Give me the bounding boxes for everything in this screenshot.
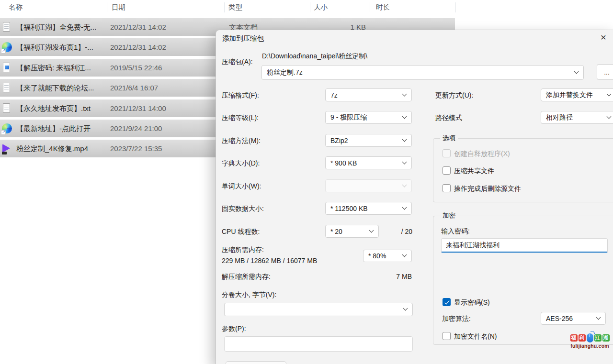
cpu-threads-total: / 20	[384, 228, 412, 235]
file-date: 2021/12/31 14:02	[110, 18, 166, 36]
file-date: 2021/12/31 14:00	[110, 99, 166, 117]
volume-size-combobox[interactable]	[224, 303, 413, 316]
ok-button[interactable]	[226, 361, 286, 364]
format-label: 压缩格式(F):	[222, 91, 259, 100]
update-mode-combobox[interactable]: 添加并替换文件	[541, 88, 613, 101]
logo-char: 福	[570, 334, 578, 342]
column-header-date[interactable]: 日期	[112, 0, 125, 15]
show-password-label: 显示密码(S)	[454, 298, 490, 307]
update-mode-label: 更新方式(U):	[435, 91, 473, 100]
edge-shortcut-icon	[2, 42, 12, 52]
cpu-threads-combobox[interactable]: * 20	[325, 225, 379, 238]
level-combobox[interactable]: 9 - 极限压缩	[325, 111, 412, 124]
watermark-domain: fulijianghu.com	[567, 343, 613, 349]
word-size-label: 单词大小(W):	[222, 182, 261, 191]
word-size-combobox	[325, 179, 412, 192]
chevron-down-icon	[607, 114, 612, 119]
delete-after-checkbox[interactable]	[443, 184, 451, 192]
column-header-name[interactable]: 名称	[9, 0, 23, 15]
solid-size-label: 固实数据大小:	[222, 205, 264, 213]
file-name: 【解压密码: 来福利江...	[16, 59, 91, 77]
compress-shared-checkbox[interactable]	[443, 166, 451, 175]
password-label: 输入密码:	[441, 227, 470, 236]
file-date: 2023/7/22 15:35	[110, 140, 162, 157]
chevron-down-icon	[402, 159, 407, 164]
logo-char: 湖	[602, 334, 610, 342]
add-to-archive-dialog: 添加到压缩包 × 压缩包(A): D:\Download\nana_taipei…	[216, 30, 613, 364]
level-label: 压缩等级(L):	[222, 114, 259, 122]
solid-size-combobox[interactable]: * 112500 KB	[325, 202, 412, 215]
encryption-method-combobox[interactable]: AES-256	[541, 312, 606, 325]
path-mode-label: 路径模式	[435, 114, 462, 122]
file-date: 2019/5/15 22:46	[110, 59, 162, 77]
video-icon	[2, 143, 12, 154]
memory-usage-combobox[interactable]: * 80%	[363, 250, 412, 262]
column-header-size[interactable]: 大小	[314, 0, 328, 15]
column-divider	[310, 2, 310, 12]
chevron-down-icon	[402, 205, 407, 210]
memory-detail: 229 MB / 12862 MB / 16077 MB	[222, 257, 317, 265]
method-label: 压缩方法(M):	[222, 137, 261, 145]
archive-name-value: 粉丝定制.7z	[267, 68, 303, 77]
delete-after-label: 操作完成后删除源文件	[454, 185, 521, 193]
encryption-method-label: 加密算法:	[442, 315, 471, 323]
logo-char: 利	[579, 334, 586, 342]
compress-shared-label: 压缩共享文件	[454, 167, 494, 176]
browse-button[interactable]: ...	[597, 64, 613, 80]
memory-label: 压缩所需内存:	[222, 246, 264, 254]
password-input[interactable]	[441, 238, 608, 253]
chevron-down-icon	[402, 182, 407, 187]
chevron-down-icon	[402, 253, 407, 257]
file-name: 【来了就能下载的论坛...	[16, 79, 94, 97]
file-name: 【最新地址】-点此打开	[16, 120, 91, 137]
archive-name-combobox[interactable]: 粉丝定制.7z	[261, 65, 584, 80]
text-document-icon	[2, 22, 12, 32]
encryption-group-title: 加密	[440, 211, 458, 220]
format-combobox[interactable]: 7z	[325, 88, 412, 101]
chevron-down-icon	[607, 91, 612, 96]
chevron-down-icon	[402, 137, 407, 142]
mouse-icon	[587, 333, 593, 342]
column-header-duration[interactable]: 时长	[376, 0, 390, 15]
file-name: 【永久地址发布页】.txt	[16, 99, 91, 117]
create-sfx-checkbox	[443, 149, 451, 157]
show-password-checkbox[interactable]	[443, 298, 451, 306]
create-sfx-label: 创建自释放程序(X)	[454, 150, 510, 158]
options-group-title: 选项	[440, 134, 458, 143]
encrypt-names-checkbox[interactable]	[443, 332, 451, 340]
column-divider	[224, 2, 225, 12]
logo-char: 江	[594, 334, 602, 342]
decompress-memory-value: 7 MB	[374, 273, 412, 280]
dictionary-label: 字典大小(D):	[222, 159, 260, 168]
column-divider	[370, 2, 370, 12]
parameters-input[interactable]	[224, 336, 413, 352]
path-mode-combobox[interactable]: 相对路径	[541, 111, 613, 124]
file-list-header: 名称 日期 类型 大小 时长	[0, 0, 613, 15]
method-combobox[interactable]: BZip2	[325, 134, 412, 147]
archive-path: D:\Download\nana_taipei\粉丝定制\	[262, 52, 367, 61]
column-divider	[455, 2, 456, 12]
dictionary-combobox[interactable]: * 900 KB	[325, 156, 412, 169]
column-divider	[107, 2, 107, 12]
decompress-memory-label: 解压缩所需内存:	[222, 273, 271, 281]
column-header-type[interactable]: 类型	[228, 0, 242, 15]
text-document-icon	[2, 83, 12, 93]
file-name: 【福利江湖】全免费-无...	[16, 18, 97, 36]
encrypt-names-label: 加密文件名(N)	[454, 332, 497, 341]
text-document-icon	[2, 103, 12, 113]
close-icon[interactable]: ×	[597, 31, 610, 44]
watermark-logo: 福 利 江 湖 fulijianghu.com	[567, 332, 613, 349]
chevron-down-icon	[402, 114, 407, 119]
file-date: 2021/12/31 14:02	[110, 38, 166, 56]
image-document-icon	[2, 63, 12, 73]
screen: 名称 日期 类型 大小 时长 【福利江湖】全免费-无... 2021/12/31…	[0, 0, 613, 364]
chevron-down-icon	[574, 69, 579, 74]
file-name: 【福利江湖发布页1】-...	[16, 38, 93, 56]
chevron-down-icon	[596, 315, 601, 320]
dialog-title: 添加到压缩包	[222, 34, 264, 43]
cpu-threads-label: CPU 线程数:	[222, 228, 260, 236]
chevron-down-icon	[403, 306, 408, 311]
file-date: 2021/9/24 21:00	[110, 120, 162, 137]
chevron-down-icon	[369, 228, 374, 232]
file-name: 粉丝定制_4K修复.mp4	[16, 140, 88, 157]
